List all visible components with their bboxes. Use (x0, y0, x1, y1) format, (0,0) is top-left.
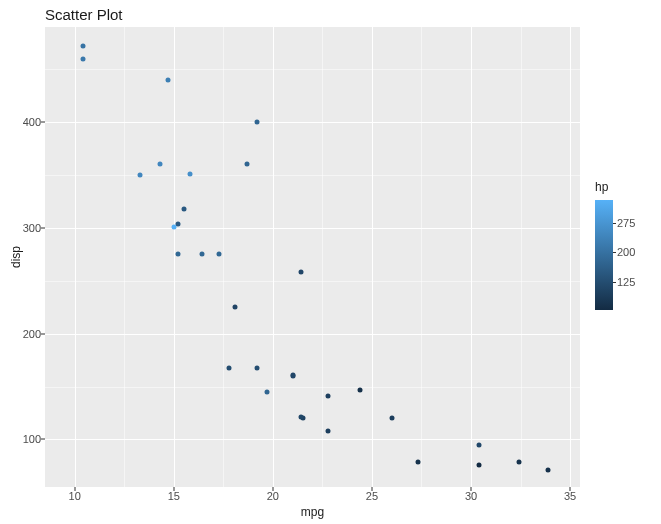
data-point (157, 162, 162, 167)
data-point (245, 162, 250, 167)
plot-area (45, 27, 580, 487)
x-axis-label: mpg (45, 505, 580, 519)
data-point (326, 394, 331, 399)
x-tick-label: 20 (258, 490, 288, 502)
color-bar: 125200275 (595, 200, 613, 310)
data-point (516, 459, 521, 464)
x-tick-label: 35 (555, 490, 585, 502)
color-legend: hp 125200275 (595, 180, 655, 310)
data-point (255, 365, 260, 370)
data-point (80, 44, 85, 49)
data-point (255, 120, 260, 125)
scatter-chart: Scatter Plot disp 100200300400 101520253… (0, 0, 661, 524)
y-tick-label: 200 (1, 328, 41, 340)
y-tick-label: 400 (1, 116, 41, 128)
data-point (358, 388, 363, 393)
x-tick-label: 25 (357, 490, 387, 502)
data-point (227, 365, 232, 370)
data-point (476, 442, 481, 447)
data-point (171, 224, 176, 229)
x-tick-label: 30 (456, 490, 486, 502)
y-axis-label: disp (10, 27, 22, 487)
data-point (546, 467, 551, 472)
data-point (199, 251, 204, 256)
chart-title: Scatter Plot (45, 6, 123, 23)
data-point (181, 206, 186, 211)
legend-tick-label: 125 (617, 276, 635, 288)
legend-title: hp (595, 180, 655, 194)
data-point (298, 415, 303, 420)
y-tick-label: 100 (1, 433, 41, 445)
data-point (415, 459, 420, 464)
data-point (80, 56, 85, 61)
data-point (476, 463, 481, 468)
data-point (298, 270, 303, 275)
data-point (175, 251, 180, 256)
y-tick-label: 300 (1, 222, 41, 234)
data-point (389, 415, 394, 420)
data-point (264, 389, 269, 394)
data-point (217, 251, 222, 256)
data-point (326, 428, 331, 433)
x-tick-label: 15 (159, 490, 189, 502)
legend-tick-label: 275 (617, 217, 635, 229)
data-point (138, 173, 143, 178)
data-point (165, 77, 170, 82)
data-point (290, 373, 295, 378)
data-point (233, 305, 238, 310)
x-tick-label: 10 (60, 490, 90, 502)
legend-tick-label: 200 (617, 246, 635, 258)
data-point (187, 171, 192, 176)
